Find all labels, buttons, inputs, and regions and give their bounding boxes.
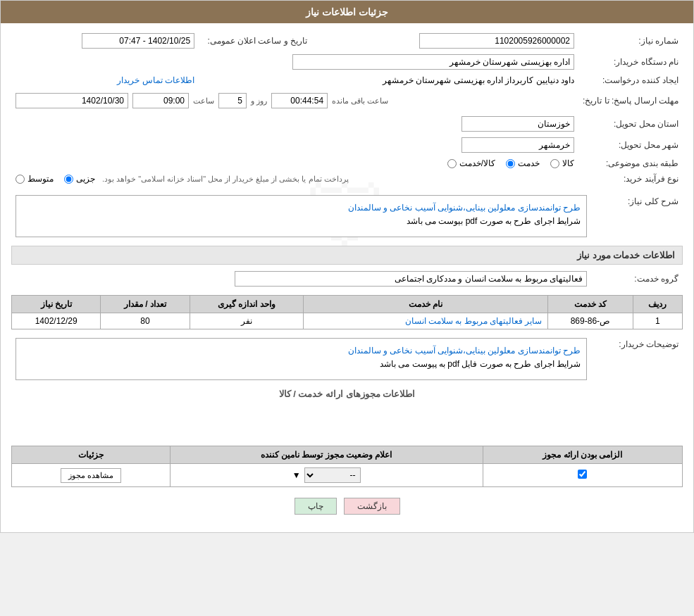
- category-khidmat[interactable]: خدمت: [506, 158, 540, 168]
- purchase-notice: پرداخت تمام یا بخشی از مبلغ خریدار از مح…: [102, 175, 349, 184]
- page-title: جزئیات اطلاعات نیاز: [306, 6, 388, 18]
- need-number-input[interactable]: [419, 33, 574, 49]
- service-group-table: گروه خدمت:: [11, 268, 683, 289]
- category-kala[interactable]: کالا: [550, 158, 574, 168]
- cell-unit: نفر: [190, 313, 304, 329]
- permit-status: -- ▼: [170, 464, 483, 487]
- announce-date-input[interactable]: [82, 33, 194, 49]
- purchase-type-label: نوع فرآیند خرید:: [578, 171, 683, 187]
- cell-date: 1402/12/29: [12, 313, 101, 329]
- col-row: ردیف: [633, 296, 682, 313]
- page-header: جزئیات اطلاعات نیاز: [1, 1, 693, 23]
- permit-status-select[interactable]: --: [304, 467, 361, 483]
- category-kala-khidmat[interactable]: کالا/خدمت: [447, 158, 495, 168]
- permit-col-status: اعلام وضعیت مجوز توسط نامین کننده: [170, 446, 483, 464]
- desc-line1: طرح توانمندسازی معلولین بینایی،شنوایی آس…: [22, 201, 581, 215]
- services-table: ردیف کد خدمت نام خدمت واحد اندازه گیری ت…: [11, 295, 683, 329]
- cell-qty: 80: [101, 313, 190, 329]
- city-input[interactable]: [461, 137, 574, 153]
- service-group-label: گروه خدمت:: [591, 268, 683, 289]
- col-date: تاریخ نیاز: [12, 296, 101, 313]
- cell-code: ص-86-869: [548, 313, 633, 329]
- services-section-title: اطلاعات خدمات مورد نیاز: [11, 246, 683, 265]
- permit-col-details: جزئیات: [12, 446, 171, 464]
- back-button[interactable]: بازگشت: [344, 498, 400, 515]
- action-buttons: بازگشت چاپ: [11, 498, 683, 515]
- description-box: طرح توانمندسازی معلولین بینایی،شنوایی آس…: [16, 195, 587, 237]
- contact-link[interactable]: اطلاعات تماس خریدار: [117, 75, 194, 85]
- city-label: شهر محل تحویل:: [578, 134, 683, 156]
- cell-name: سایر فعالیتهای مربوط به سلامت انسان: [304, 313, 548, 329]
- col-qty: تعداد / مقدار: [101, 296, 190, 313]
- purchase-medium[interactable]: متوسط: [16, 174, 54, 184]
- buyer-desc-box: طرح توانمندسازی معلولین بینایی،شنوایی آس…: [16, 338, 587, 380]
- permits-section-title: اطلاعات مجوزهای ارائه خدمت / کالا: [11, 389, 683, 399]
- province-label: استان محل تحویل:: [578, 113, 683, 134]
- buyer-desc-line1: طرح توانمندسازی معلولین بینایی،شنوایی آس…: [22, 344, 581, 358]
- desc-line2: شرایط اجرای طرح به صورت pdf بیوست می باش…: [22, 215, 581, 228]
- col-name: نام خدمت: [304, 296, 548, 313]
- permits-table: الزامی بودن ارائه مجوز اعلام وضعیت مجوز …: [11, 446, 683, 487]
- main-info-table: شماره نیاز: تاریخ و ساعت اعلان عمومی: نا…: [11, 30, 683, 187]
- buyer-org-label: نام دستگاه خریدار:: [578, 51, 683, 73]
- buyer-desc-line2: شرایط اجرای طرح به صورت فایل pdf به پیوس…: [22, 358, 581, 371]
- time-label: ساعت: [193, 96, 214, 106]
- col-code: کد خدمت: [548, 296, 633, 313]
- purchase-partial[interactable]: جزیی: [64, 174, 95, 184]
- response-deadline-label: مهلت ارسال پاسخ: تا تاریخ:: [578, 88, 683, 113]
- days-label: روز و: [251, 96, 267, 106]
- buyer-desc-table: توضیحات خریدار: طرح توانمندسازی معلولین …: [11, 335, 683, 383]
- creator-label: ایجاد کننده درخواست:: [578, 73, 683, 88]
- buyer-desc-label: توضیحات خریدار:: [591, 335, 683, 383]
- category-label: طبقه بندی موضوعی:: [578, 156, 683, 171]
- permit-detail[interactable]: مشاهده مجوز: [12, 464, 171, 487]
- service-group-input[interactable]: [235, 271, 587, 287]
- view-permit-button[interactable]: مشاهده مجوز: [61, 468, 121, 483]
- date-input[interactable]: [16, 93, 128, 108]
- permit-required: [483, 464, 682, 487]
- permit-col-required: الزامی بودن ارائه مجوز: [483, 446, 682, 464]
- remaining-label: ساعت باقی مانده: [332, 96, 388, 106]
- cell-row: 1: [633, 313, 682, 329]
- table-row: -- ▼ مشاهده مجوز: [12, 464, 683, 487]
- province-input[interactable]: [461, 116, 574, 132]
- col-unit: واحد اندازه گیری: [190, 296, 304, 313]
- description-label: شرح کلی نیاز:: [591, 192, 683, 240]
- creator-value: داود دنیایین کاربرداز اداره بهزیستی شهرس…: [383, 75, 574, 85]
- need-number-label: شماره نیاز:: [578, 30, 683, 51]
- remaining-input[interactable]: [271, 93, 328, 108]
- print-button[interactable]: چاپ: [295, 498, 337, 515]
- days-input[interactable]: [218, 93, 247, 108]
- announce-date-label: تاریخ و ساعت اعلان عمومی:: [199, 30, 311, 51]
- table-row: 1 ص-86-869 سایر فعالیتهای مربوط به سلامت…: [12, 313, 683, 329]
- time-input[interactable]: [132, 93, 189, 108]
- buyer-org-input[interactable]: [292, 54, 574, 70]
